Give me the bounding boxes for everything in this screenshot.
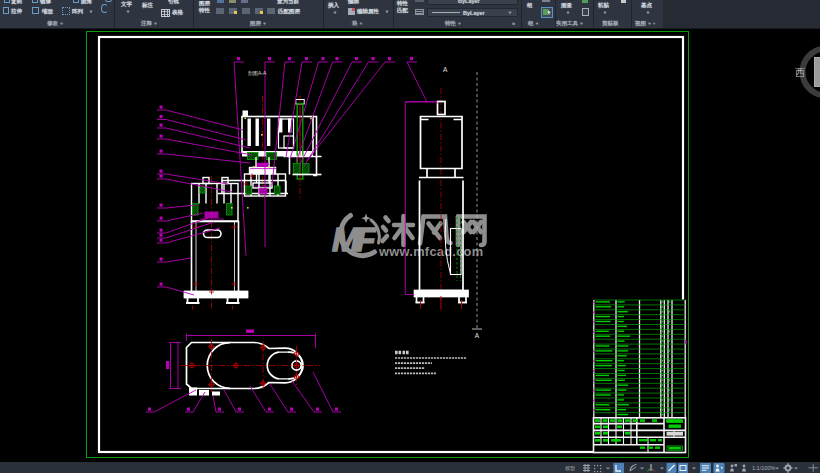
svg-text:MF: MF: [332, 221, 376, 258]
svg-text:西: 西: [795, 67, 805, 78]
svg-text:www.mfcad.com: www.mfcad.com: [378, 244, 483, 259]
svg-text:A: A: [475, 332, 480, 339]
svg-text:A: A: [443, 66, 448, 73]
svg-text:剖图A-A: 剖图A-A: [248, 70, 267, 77]
